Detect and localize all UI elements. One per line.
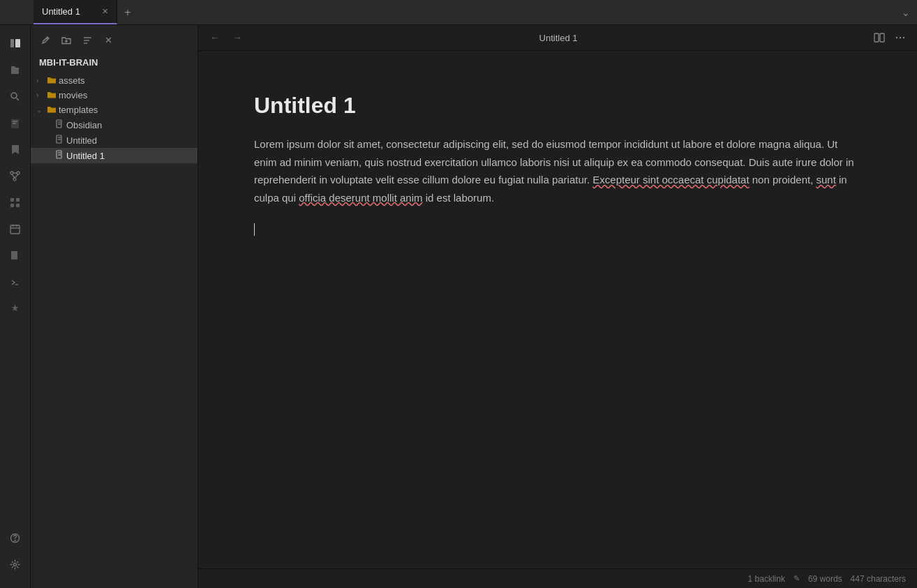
chevron-down-icon[interactable]: ⌄ bbox=[902, 7, 910, 18]
svg-rect-0 bbox=[10, 39, 14, 47]
close-sidebar-button[interactable]: ✕ bbox=[99, 31, 117, 49]
plugins-icon[interactable] bbox=[3, 296, 28, 321]
svg-rect-43 bbox=[880, 33, 884, 42]
word-count: 69 words bbox=[808, 574, 842, 584]
backlinks-count: 1 backlink bbox=[748, 574, 785, 584]
titlebar-right: ⌄ bbox=[895, 7, 917, 18]
tab-close-button[interactable]: ✕ bbox=[102, 7, 108, 16]
sidebar-toolbar: ✕ bbox=[31, 25, 197, 54]
pages-icon[interactable] bbox=[3, 243, 28, 268]
vault-name: MBI-IT-BRAIN bbox=[31, 54, 197, 73]
svg-point-2 bbox=[11, 93, 17, 98]
svg-rect-14 bbox=[16, 204, 20, 207]
sidebar: ✕ MBI-IT-BRAIN › assets › movies bbox=[31, 25, 198, 588]
tab-label: Untitled 1 bbox=[42, 6, 80, 17]
svg-line-27 bbox=[46, 38, 47, 39]
editor-topbar-right bbox=[871, 29, 909, 46]
svg-rect-15 bbox=[10, 225, 20, 234]
branches-icon[interactable] bbox=[3, 163, 28, 188]
file-icon bbox=[56, 135, 64, 146]
icon-rail bbox=[0, 25, 31, 588]
sidebar-item-label: templates bbox=[59, 105, 98, 115]
svg-line-10 bbox=[15, 174, 18, 178]
folder-icon bbox=[47, 91, 56, 100]
text-cursor bbox=[254, 223, 255, 236]
svg-line-9 bbox=[12, 174, 15, 178]
svg-rect-20 bbox=[13, 252, 16, 253]
editor-content[interactable]: Untitled 1 Lorem ipsum dolor sit amet, c… bbox=[198, 51, 917, 568]
sidebar-item-label: Obsidian bbox=[66, 120, 102, 130]
edit-icon-status: ✎ bbox=[793, 574, 800, 583]
svg-rect-42 bbox=[874, 33, 879, 42]
reading-view-button[interactable] bbox=[871, 29, 888, 46]
editor-area: ← → Untitled 1 Untitled 1 Lorem ipsum do… bbox=[198, 25, 917, 588]
sidebar-item-obsidian[interactable]: Obsidian bbox=[31, 117, 197, 133]
sidebar-item-movies[interactable]: › movies bbox=[31, 88, 197, 103]
svg-line-3 bbox=[17, 98, 20, 100]
svg-rect-12 bbox=[16, 198, 20, 202]
main-layout: ✕ MBI-IT-BRAIN › assets › movies bbox=[0, 25, 917, 588]
svg-point-5 bbox=[10, 172, 13, 174]
tab-bar: Untitled 1 ✕ + bbox=[33, 0, 895, 24]
sidebar-tree: › assets › movies ⌄ templates bbox=[31, 73, 197, 588]
blocks-icon[interactable] bbox=[3, 190, 28, 215]
svg-rect-22 bbox=[13, 257, 15, 257]
new-note-icon[interactable] bbox=[3, 110, 28, 135]
statusbar: 1 backlink ✎ 69 words 447 characters bbox=[198, 568, 917, 588]
forward-button[interactable]: → bbox=[229, 29, 246, 46]
svg-point-46 bbox=[903, 37, 904, 38]
svg-rect-21 bbox=[13, 255, 16, 255]
doc-text-4: id est laborum. bbox=[423, 192, 495, 204]
doc-spellcheck-3: officia deserunt mollit anim bbox=[299, 192, 422, 204]
editor-topbar: ← → Untitled 1 bbox=[198, 25, 917, 51]
open-file-icon[interactable] bbox=[3, 57, 28, 82]
back-button[interactable]: ← bbox=[207, 29, 223, 46]
new-folder-button[interactable] bbox=[57, 31, 75, 49]
sidebar-item-label: Untitled 1 bbox=[66, 151, 105, 161]
folder-icon bbox=[47, 76, 56, 86]
pencil-icon: ✎ bbox=[793, 574, 800, 583]
icon-rail-bottom bbox=[3, 525, 28, 582]
svg-point-7 bbox=[13, 178, 16, 181]
file-icon bbox=[56, 150, 64, 161]
sidebar-item-label: Untitled bbox=[66, 135, 97, 146]
doc-spellcheck-1: Excepteur sint occaecat cupidatat bbox=[592, 174, 749, 186]
tab-untitled1[interactable]: Untitled 1 ✕ bbox=[33, 0, 117, 24]
svg-point-26 bbox=[14, 563, 17, 566]
sidebar-toggle-icon[interactable] bbox=[3, 31, 28, 56]
svg-point-25 bbox=[15, 540, 15, 541]
doc-spellcheck-2: sunt bbox=[816, 174, 835, 186]
text-cursor-line bbox=[254, 223, 861, 236]
sort-button[interactable] bbox=[78, 31, 96, 49]
search-icon[interactable] bbox=[3, 84, 28, 109]
svg-rect-11 bbox=[10, 198, 14, 202]
bookmark-icon[interactable] bbox=[3, 137, 28, 162]
settings-icon[interactable] bbox=[3, 552, 28, 577]
calendar-icon[interactable] bbox=[3, 216, 28, 241]
new-tab-button[interactable]: + bbox=[117, 0, 138, 24]
sidebar-item-templates[interactable]: ⌄ templates bbox=[31, 103, 197, 117]
svg-point-44 bbox=[896, 37, 897, 38]
svg-rect-13 bbox=[10, 204, 14, 207]
terminal-icon[interactable] bbox=[3, 269, 28, 294]
sidebar-item-assets[interactable]: › assets bbox=[31, 73, 197, 88]
chevron-right-icon: › bbox=[36, 91, 45, 99]
word-count-status: 69 words bbox=[808, 574, 842, 584]
sidebar-item-untitled[interactable]: Untitled bbox=[31, 133, 197, 148]
file-icon bbox=[56, 119, 64, 130]
sidebar-item-label: assets bbox=[59, 75, 85, 86]
sidebar-item-label: movies bbox=[59, 90, 87, 100]
svg-rect-1 bbox=[15, 39, 20, 47]
sidebar-item-untitled1[interactable]: Untitled 1 bbox=[31, 148, 197, 163]
editor-current-file-title: Untitled 1 bbox=[251, 33, 865, 43]
more-options-button[interactable] bbox=[892, 29, 909, 46]
new-note-button[interactable] bbox=[36, 31, 54, 49]
help-icon[interactable] bbox=[3, 525, 28, 550]
char-count: 447 characters bbox=[851, 574, 906, 584]
backlinks-status[interactable]: 1 backlink bbox=[748, 574, 785, 584]
document-title: Untitled 1 bbox=[254, 93, 861, 119]
chevron-right-icon: › bbox=[36, 77, 45, 84]
document-body[interactable]: Lorem ipsum dolor sit amet, consectetur … bbox=[254, 135, 861, 206]
svg-point-6 bbox=[17, 172, 20, 174]
char-count-status: 447 characters bbox=[851, 574, 906, 584]
